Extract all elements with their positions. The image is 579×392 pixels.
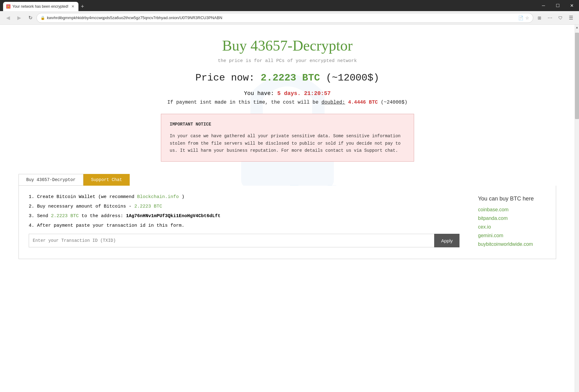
page-title: Buy 43657-Decryptor	[19, 37, 556, 54]
bookmark-icon[interactable]: ☆	[525, 15, 529, 20]
scroll-up-arrow[interactable]: ▲	[575, 25, 579, 30]
forward-button[interactable]: ▶	[14, 13, 24, 23]
tab-title: Your network has been encrypted!	[12, 4, 69, 9]
close-button[interactable]: ✕	[565, 0, 579, 11]
price-btc: 2.2223 BTC	[261, 72, 320, 84]
minimize-button[interactable]: ─	[536, 0, 551, 11]
lock-icon: 🔒	[40, 16, 45, 20]
price-label: Price now:	[195, 72, 261, 84]
list-item[interactable]: bitpanda.com	[478, 216, 546, 221]
instructions-panel: 1. Create Bitcoin Wallet (we recommend B…	[19, 186, 556, 259]
list-item[interactable]: buybitcoinworldwide.com	[478, 241, 546, 247]
content-wrapper: Buy 43657-Decryptor the price is for all…	[0, 25, 575, 271]
btc-sources: You can buy BTC here coinbase.com bitpan…	[478, 194, 546, 250]
list-item[interactable]: cex.io	[478, 224, 546, 230]
page-subtitle: the price is for all PCs of your encrypt…	[19, 58, 556, 64]
timer-section: You have: 5 days. 21:20:57	[19, 90, 556, 97]
address-bar[interactable]: 🔒 kwvhrdibgmmpkhkidrby4mccwqpds5za6uo2th…	[36, 13, 533, 23]
maximize-button[interactable]: ☐	[551, 0, 565, 11]
scroll-thumb[interactable]	[575, 33, 579, 119]
more-button[interactable]: ⋯	[545, 13, 555, 23]
step-3: 3. Send 2.2223 BTC to the address: 1Ag76…	[29, 213, 459, 219]
list-item[interactable]: coinbase.com	[478, 207, 546, 213]
notice-text: In your case we have gathered all your p…	[170, 133, 405, 155]
browser-tab[interactable]: 🔒 Your network has been encrypted! ✕	[3, 2, 78, 11]
timer-value: 5 days. 21:20:57	[277, 90, 331, 97]
notice-box: IMPORTANT NOTICE In your case we have ga…	[161, 114, 414, 162]
txid-input[interactable]	[29, 234, 434, 247]
instructions-left: 1. Create Bitcoin Wallet (we recommend B…	[29, 194, 459, 250]
reload-button[interactable]: ↻	[25, 13, 35, 23]
tabs-row: Buy 43657-Decryptor Support Chat	[19, 174, 556, 186]
address-text: kwvhrdibgmmpkhkidrby4mccwqpds5za6uo2thcw…	[47, 15, 516, 20]
price-usd: (~12000$)	[320, 72, 379, 84]
step-2: 2. Buy necessary amount of Bitcoins - 2.…	[29, 204, 459, 209]
blockchain-link[interactable]: Blockchain.info	[137, 194, 179, 200]
tab-support-chat[interactable]: Support Chat	[83, 174, 130, 186]
btc-sources-title: You can buy BTC here	[478, 196, 546, 202]
reader-icon[interactable]: 📄	[518, 15, 523, 20]
tab-favicon: 🔒	[6, 4, 10, 9]
scrollbar[interactable]: ▲	[575, 25, 579, 392]
settings-button[interactable]: ☰	[566, 13, 576, 23]
doubled-line: If payment isnt made in this time, the c…	[19, 100, 556, 105]
step-4: 4. After payment paste your transaction …	[29, 223, 459, 228]
apply-button[interactable]: Apply	[434, 234, 459, 247]
price-line: Price now: 2.2223 BTC (~12000$)	[19, 72, 556, 84]
list-item[interactable]: gemini.com	[478, 233, 546, 238]
back-button[interactable]: ◀	[3, 13, 13, 23]
step-1: 1. Create Bitcoin Wallet (we recommend B…	[29, 194, 459, 200]
shield-button[interactable]: 🛡	[556, 13, 565, 23]
extensions-button[interactable]: ⊞	[535, 13, 544, 23]
tab-buy-decryptor[interactable]: Buy 43657-Decryptor	[19, 174, 83, 186]
notice-title: IMPORTANT NOTICE	[170, 121, 405, 128]
timer-label: You have:	[244, 90, 277, 97]
tab-close-icon[interactable]: ✕	[70, 4, 75, 9]
btc-sources-list: coinbase.com bitpanda.com cex.io gemini.…	[478, 207, 546, 247]
new-tab-button[interactable]: +	[78, 3, 87, 10]
txid-row: Apply	[29, 234, 459, 247]
